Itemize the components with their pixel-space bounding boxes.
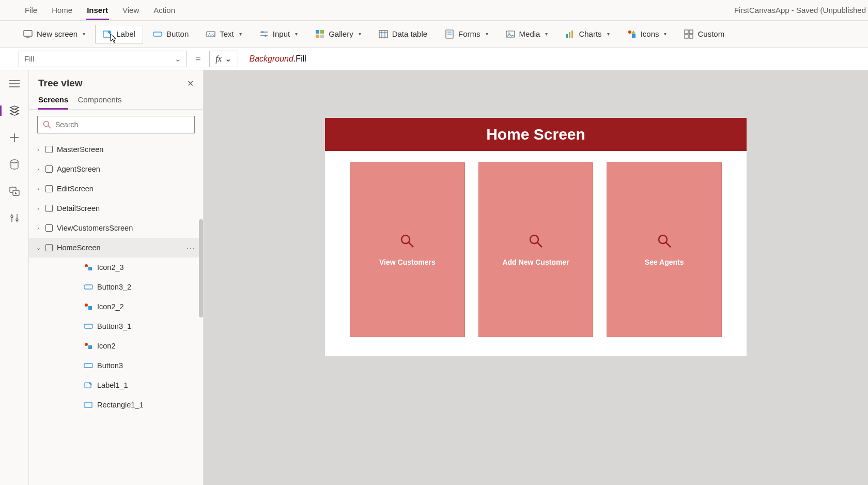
icon-control-icon — [84, 264, 93, 271]
media-rail-button[interactable] — [8, 185, 21, 198]
button-control-icon — [84, 323, 93, 330]
text-icon: Abc — [206, 29, 215, 39]
cards-row: View Customers Add New Customer See Agen… — [325, 151, 747, 356]
chevron-down-icon: ⌄ — [175, 54, 181, 64]
property-selector-value: Fill — [24, 54, 34, 63]
card-label: Add New Customer — [502, 258, 569, 266]
custom-button[interactable]: Custom — [676, 25, 732, 43]
chevron-right-icon[interactable]: › — [33, 146, 43, 153]
menu-file[interactable]: File — [18, 0, 44, 20]
input-button[interactable]: Input ▾ — [252, 25, 305, 43]
chevron-down-icon: ▾ — [295, 31, 298, 37]
monitor-icon — [23, 29, 33, 39]
tree-child-label: Label1_1 — [97, 381, 128, 389]
svg-text:Abc: Abc — [208, 33, 215, 36]
chevron-right-icon[interactable]: › — [33, 205, 43, 211]
svg-point-59 — [530, 235, 538, 244]
more-options-button[interactable]: ··· — [187, 244, 196, 252]
button-button[interactable]: Button — [145, 25, 196, 43]
tree-node-viewcustomersscreen[interactable]: › ViewCustomersScreen — [29, 218, 203, 238]
svg-rect-3 — [153, 32, 162, 36]
chevron-down-icon: ▾ — [607, 31, 610, 37]
search-input[interactable] — [37, 116, 195, 133]
formula-input[interactable]: Background.Fill — [246, 51, 868, 67]
tree-node-detailscreen[interactable]: › DetailScreen — [29, 199, 203, 218]
formula-prop: Fill — [296, 54, 306, 64]
icon-control-icon — [84, 303, 93, 310]
datatable-button[interactable]: Data table — [371, 25, 435, 43]
forms-button[interactable]: Forms ▾ — [437, 25, 496, 43]
chevron-right-icon[interactable]: › — [33, 166, 43, 172]
tab-screens[interactable]: Screens — [38, 95, 68, 110]
label-control-icon — [84, 382, 93, 389]
property-selector[interactable]: Fill ⌄ — [19, 51, 187, 67]
new-screen-button[interactable]: New screen ▾ — [16, 25, 93, 43]
tab-components[interactable]: Components — [78, 95, 121, 109]
screen-icon — [45, 185, 53, 192]
advanced-rail-button[interactable] — [8, 212, 21, 224]
tree-node-agentscreen[interactable]: › AgentScreen — [29, 159, 203, 179]
tree-child-icon2_3[interactable]: Icon2_3 — [29, 257, 203, 277]
screen-icon — [45, 165, 53, 173]
icons-button[interactable]: Icons ▾ — [619, 25, 675, 43]
tree-child-icon2_2[interactable]: Icon2_2 — [29, 297, 203, 316]
form-icon — [445, 29, 454, 39]
tree-child-label1_1[interactable]: Label1_1 — [29, 375, 203, 395]
close-icon[interactable]: ✕ — [187, 79, 194, 88]
tree-child-icon2[interactable]: Icon2 — [29, 336, 203, 356]
card-see-agents[interactable]: See Agents — [607, 162, 722, 337]
tree-node-label: HomeScreen — [57, 244, 101, 252]
grid-icon — [684, 29, 693, 39]
media-button[interactable]: Media ▾ — [498, 25, 556, 43]
insert-rail-button[interactable] — [8, 131, 21, 144]
card-add-new-customer[interactable]: Add New Customer — [478, 162, 594, 337]
tree-node-editscreen[interactable]: › EditScreen — [29, 179, 203, 199]
svg-rect-13 — [320, 35, 324, 38]
chevron-down-icon: ⌄ — [225, 54, 231, 64]
tree-node-homescreen[interactable]: ⌄ HomeScreen ··· — [29, 238, 203, 257]
tree-child-button3_2[interactable]: Button3_2 — [29, 277, 203, 297]
label-button-label: Label — [116, 29, 135, 38]
data-rail-button[interactable] — [8, 158, 21, 171]
app-title: FirstCanvasApp - Saved (Unpublished — [734, 6, 868, 14]
screen-icon — [45, 146, 53, 153]
tree-view-rail-button[interactable] — [8, 104, 21, 117]
svg-point-52 — [85, 343, 88, 346]
scrollbar-thumb[interactable] — [199, 219, 203, 317]
charts-button-label: Charts — [579, 29, 601, 38]
svg-rect-24 — [569, 32, 570, 38]
hamburger-button[interactable] — [8, 78, 21, 90]
card-view-customers[interactable]: View Customers — [350, 162, 465, 337]
text-button[interactable]: Abc Text ▾ — [198, 25, 250, 43]
svg-rect-29 — [689, 30, 693, 34]
image-icon — [506, 29, 515, 39]
chevron-down-icon: ▾ — [545, 31, 548, 37]
label-button[interactable]: Label — [95, 25, 143, 43]
screen-icon — [45, 224, 53, 232]
shapes-icon — [627, 29, 637, 39]
gallery-button[interactable]: Gallery ▾ — [307, 25, 369, 43]
svg-rect-48 — [84, 285, 92, 289]
tree-child-label: Icon2_2 — [97, 302, 124, 311]
svg-rect-50 — [88, 306, 92, 310]
tree-child-label: Icon2_3 — [97, 263, 124, 271]
menu-view[interactable]: View — [115, 0, 146, 20]
tree-child-button3_1[interactable]: Button3_1 — [29, 316, 203, 336]
menu-insert[interactable]: Insert — [80, 0, 115, 20]
tree-child-rectangle1_1[interactable]: Rectangle1_1 — [29, 395, 203, 415]
fx-button[interactable]: fx ⌄ — [209, 51, 238, 67]
search-field[interactable] — [55, 120, 189, 129]
svg-rect-12 — [316, 35, 319, 38]
chevron-right-icon[interactable]: › — [33, 186, 43, 192]
chevron-right-icon[interactable]: › — [33, 225, 43, 231]
charts-button[interactable]: Charts ▾ — [557, 25, 617, 43]
card-label: See Agents — [645, 258, 684, 266]
button-control-icon — [84, 362, 93, 369]
chevron-down-icon[interactable]: ⌄ — [33, 245, 43, 251]
canvas-area[interactable]: Home Screen View Customers Add New Custo… — [204, 70, 868, 485]
tree-node-masterscreen[interactable]: › MasterScreen — [29, 140, 203, 159]
forms-button-label: Forms — [458, 29, 481, 38]
tree-child-button3[interactable]: Button3 — [29, 356, 203, 375]
menu-home[interactable]: Home — [44, 0, 80, 20]
menu-action[interactable]: Action — [146, 0, 182, 20]
